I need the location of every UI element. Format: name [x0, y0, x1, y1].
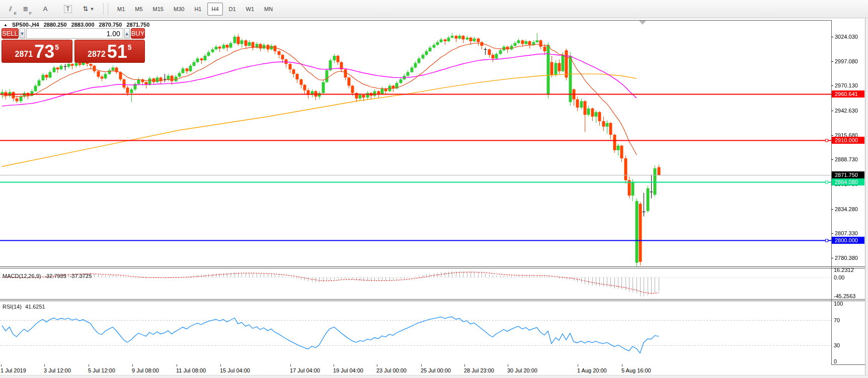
- macd-main-value: -32.7935: [44, 273, 66, 279]
- timeframe-button-h4[interactable]: H4: [207, 3, 222, 16]
- sell-button[interactable]: SELL: [2, 28, 19, 39]
- price-tick-label: 2970.130: [831, 82, 864, 89]
- time-tick-label: 11 Jul 08:00: [176, 367, 206, 373]
- price-tick-label: 2807.330: [831, 230, 864, 237]
- macd-signal-value: -37.3725: [70, 273, 92, 279]
- macd-axis-label: -45.2563: [831, 294, 864, 299]
- rsi-splitter-bottom[interactable]: [0, 301, 865, 301]
- buy-price-big: 51: [107, 43, 127, 60]
- timeframe-button-w1[interactable]: W1: [242, 3, 259, 16]
- price-tick-label: 3024.030: [831, 34, 864, 40]
- rsi-indicator-canvas[interactable]: [0, 301, 831, 364]
- rsi-axis-label: 0: [831, 359, 864, 364]
- sell-price-box[interactable]: 2871 73 5: [2, 40, 72, 63]
- time-tick-label: 23 Jul 00:00: [376, 367, 407, 373]
- buy-button[interactable]: BUY: [131, 28, 145, 39]
- price-tick-label: 2834.280: [831, 206, 864, 213]
- buy-price-box[interactable]: 2872 51 5: [74, 40, 145, 63]
- timeframe-button-m1[interactable]: M1: [113, 3, 129, 16]
- sell-price-big: 73: [34, 43, 54, 60]
- ohlc-high: 2883.000: [71, 22, 95, 28]
- ohlc-low: 2870.750: [99, 22, 122, 28]
- ohlc-close: 2871.750: [126, 22, 149, 28]
- price-tick-label: 2942.630: [831, 108, 864, 114]
- top-toolbar: ⫽ E ≣ F A T ⇅ ▼ M1M5M15M30H1H4D1W1MN: [0, 0, 868, 18]
- toolbar-separator-grip: [103, 4, 108, 15]
- level-price-label: 2910.000: [832, 137, 864, 144]
- macd-indicator-canvas[interactable]: [0, 268, 831, 299]
- macd-axis-label: 0.00: [831, 275, 864, 280]
- volume-increase-button[interactable]: ▲: [124, 28, 130, 39]
- text-label-icon: T: [64, 5, 71, 13]
- macd-label-row: MACD(12,26,9) -32.7935 -37.3725: [3, 273, 92, 279]
- time-tick-label: 9 Jul 08:00: [132, 367, 159, 373]
- macd-splitter-top[interactable]: [0, 266, 865, 267]
- fibonacci-icon-letter: F: [29, 11, 32, 16]
- sell-price-sup: 5: [55, 43, 59, 51]
- time-tick-mark: [89, 364, 89, 366]
- equidistant-channel-icon: ⫽: [9, 5, 12, 13]
- time-tick-mark: [1, 364, 2, 366]
- arrows-tool-icon: ⇅: [83, 5, 89, 13]
- volume-input[interactable]: [26, 28, 123, 39]
- mt4-trading-window: { "toolbar": { "tools": [ {"name":"equid…: [0, 0, 868, 378]
- timeframe-button-d1[interactable]: D1: [225, 3, 240, 16]
- symbol-period-label: SP500-,H4: [12, 22, 39, 28]
- ohlc-open: 2880.250: [44, 22, 67, 28]
- price-axis: 3024.0302997.0802970.1302942.6302915.680…: [831, 0, 865, 378]
- time-tick-label: 25 Jul 00:00: [421, 367, 451, 373]
- rsi-splitter-top[interactable]: [0, 299, 865, 300]
- time-tick-mark: [377, 364, 377, 366]
- timeframe-button-m5[interactable]: M5: [131, 3, 146, 16]
- time-tick-label: 1 Jul 2019: [1, 367, 26, 373]
- text-tool-button[interactable]: A: [38, 2, 52, 16]
- timeframe-button-mn[interactable]: MN: [260, 3, 277, 16]
- fibonacci-lines-tool-button[interactable]: ≣ F: [19, 2, 33, 16]
- macd-splitter-bottom[interactable]: [0, 268, 865, 268]
- sell-price-prefix: 2871: [15, 50, 33, 59]
- timeframe-button-m15[interactable]: M15: [149, 3, 168, 16]
- equidistant-channel-tool-button[interactable]: ⫽ E: [4, 2, 18, 16]
- price-tick-label: 2780.380: [831, 255, 864, 261]
- chart-title-row: ▲ SP500-,H4 2880.250 2883.000 2870.750 2…: [4, 22, 149, 28]
- volume-decrease-button[interactable]: ▼: [20, 28, 25, 39]
- time-tick-mark: [220, 364, 221, 366]
- macd-axis-label: 16.2312: [831, 267, 864, 273]
- time-tick-label: 5 Jul 12:00: [88, 367, 115, 373]
- rsi-axis-label: 100: [831, 301, 864, 307]
- window-bottom-frame: [0, 375, 868, 378]
- time-tick-label: 30 Jul 20:00: [507, 367, 537, 373]
- level-price-label: 2800.000: [832, 237, 864, 244]
- macd-name-label: MACD(12,26,9): [3, 273, 41, 279]
- timeframe-button-m30[interactable]: M30: [170, 3, 188, 16]
- one-click-trading-panel: SELL ▼ ▲ BUY 2871 73 5 2872 51 5: [2, 28, 145, 63]
- time-tick-mark: [290, 364, 291, 366]
- time-tick-label: 19 Jul 04:00: [333, 367, 363, 373]
- timeframe-button-h1[interactable]: H1: [190, 3, 205, 16]
- time-tick-mark: [421, 364, 422, 366]
- fibonacci-icon: ≣: [23, 5, 29, 13]
- text-tool-icon: A: [43, 5, 48, 13]
- rsi-label-row: RSI(14) 41.6251: [3, 304, 45, 310]
- time-tick-label: 15 Jul 04:00: [220, 367, 250, 373]
- time-tick-label: 1 Aug 20:00: [577, 367, 607, 373]
- time-tick-label: 3 Jul 12:00: [44, 367, 71, 373]
- rsi-name-label: RSI(14): [3, 304, 22, 310]
- time-tick-mark: [464, 364, 465, 366]
- text-label-tool-button[interactable]: T: [61, 2, 75, 16]
- rsi-axis-label: 30: [831, 343, 864, 348]
- panel-collapse-arrow-icon[interactable]: ▲: [4, 23, 8, 27]
- rsi-axis-label: 70: [831, 318, 864, 323]
- price-tick-label: 2888.730: [831, 156, 864, 163]
- time-tick-mark: [578, 364, 578, 366]
- time-tick-label: 5 Aug 16:00: [621, 367, 651, 373]
- time-tick-mark: [44, 364, 45, 366]
- time-tick-mark: [177, 364, 177, 366]
- arrows-dropdown-caret-icon[interactable]: ▼: [90, 7, 94, 12]
- rsi-value: 41.6251: [25, 304, 45, 310]
- chart-top-border: [0, 20, 831, 21]
- channel-icon-letter: E: [14, 11, 17, 16]
- time-tick-label: 17 Jul 04:00: [290, 367, 320, 373]
- arrows-tool-button[interactable]: ⇅ ▼: [82, 2, 96, 16]
- current-price-label: 2871.750: [832, 171, 864, 178]
